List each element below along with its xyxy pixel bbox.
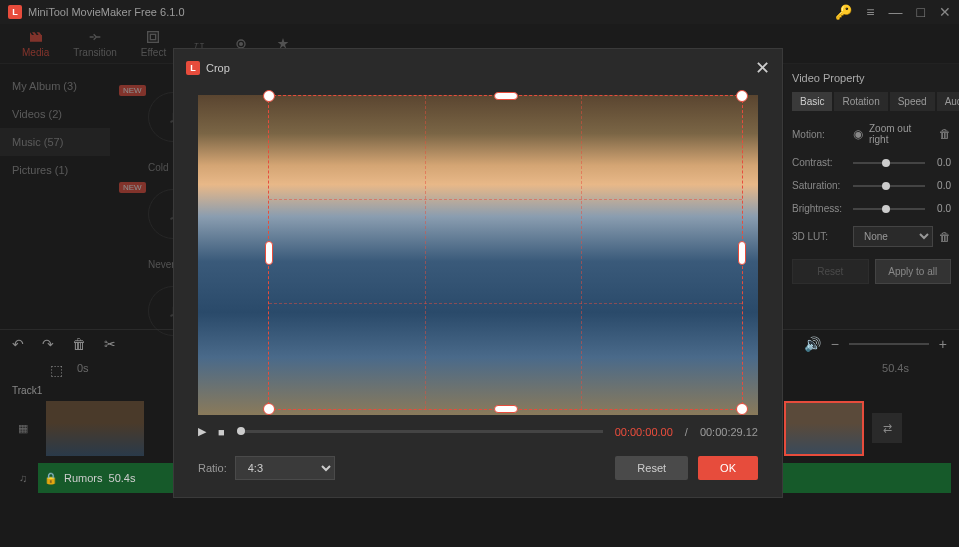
nav-music[interactable]: Music (57) — [0, 128, 110, 156]
delete-icon[interactable]: 🗑 — [939, 127, 951, 141]
crop-handle-tl[interactable] — [263, 90, 275, 102]
ratio-select[interactable]: 4:3 — [235, 456, 335, 480]
key-icon[interactable]: 🔑 — [835, 4, 852, 20]
ratio-label: Ratio: — [198, 462, 227, 474]
nav-pictures[interactable]: Pictures (1) — [0, 156, 110, 184]
video-clip-selected[interactable] — [784, 401, 864, 456]
media-label: Cold — [148, 162, 169, 173]
time-separator: / — [685, 426, 688, 438]
redo-icon[interactable]: ↷ — [42, 336, 54, 352]
maximize-button[interactable]: □ — [917, 4, 925, 20]
property-title: Video Property — [792, 72, 951, 84]
tab-transition[interactable]: Transition — [61, 26, 129, 61]
lock-icon: 🔒 — [44, 472, 58, 485]
nav-videos[interactable]: Videos (2) — [0, 100, 110, 128]
reset-button[interactable]: Reset — [792, 259, 869, 284]
motion-value: Zoom out right — [869, 123, 933, 145]
zoom-slider[interactable] — [849, 343, 929, 345]
svg-rect-1 — [151, 34, 156, 39]
brightness-slider[interactable] — [853, 208, 925, 210]
contrast-label: Contrast: — [792, 157, 847, 168]
prop-tab-speed[interactable]: Speed — [890, 92, 935, 111]
undo-icon[interactable]: ↶ — [12, 336, 24, 352]
prop-tab-rotation[interactable]: Rotation — [834, 92, 887, 111]
crop-handle-right[interactable] — [738, 241, 746, 265]
video-property-panel: Video Property Basic Rotation Speed Audi… — [784, 64, 959, 329]
motion-icon: ◉ — [853, 127, 863, 141]
saturation-slider[interactable] — [853, 185, 925, 187]
timeline-duration: 50.4s — [882, 362, 909, 378]
lut-label: 3D LUT: — [792, 231, 847, 242]
close-button[interactable]: ✕ — [939, 4, 951, 20]
tab-effect[interactable]: Effect — [129, 26, 178, 61]
titlebar: L MiniTool MovieMaker Free 6.1.0 🔑 ≡ — □… — [0, 0, 959, 24]
crop-handle-tr[interactable] — [736, 90, 748, 102]
svg-point-5 — [240, 42, 243, 45]
timeline-position: 0s — [77, 362, 89, 378]
progress-slider[interactable] — [237, 430, 603, 433]
minimize-button[interactable]: — — [889, 4, 903, 20]
ok-button[interactable]: OK — [698, 456, 758, 480]
contrast-slider[interactable] — [853, 162, 925, 164]
menu-icon[interactable]: ≡ — [866, 4, 874, 20]
time-current: 00:00:00.00 — [615, 426, 673, 438]
sync-icon[interactable]: ⇄ — [872, 413, 902, 443]
split-icon[interactable]: ✂ — [104, 336, 116, 352]
app-title: MiniTool MovieMaker Free 6.1.0 — [28, 6, 185, 18]
tab-media[interactable]: Media — [10, 26, 61, 61]
library-nav: My Album (3) Videos (2) Music (57) Pictu… — [0, 64, 110, 329]
video-track-icon: ▦ — [8, 422, 38, 435]
saturation-label: Saturation: — [792, 180, 847, 191]
contrast-value: 0.0 — [931, 157, 951, 168]
stop-button[interactable]: ■ — [218, 426, 225, 438]
saturation-value: 0.0 — [931, 180, 951, 191]
delete-icon[interactable]: 🗑 — [72, 336, 86, 352]
nav-my-album[interactable]: My Album (3) — [0, 72, 110, 100]
crop-handle-left[interactable] — [265, 241, 273, 265]
crop-handle-br[interactable] — [736, 403, 748, 415]
motion-label: Motion: — [792, 129, 847, 140]
play-button[interactable]: ▶ — [198, 425, 206, 438]
app-icon: L — [8, 5, 22, 19]
lut-select[interactable]: None — [853, 226, 933, 247]
svg-rect-0 — [148, 32, 159, 43]
crop-handle-bottom[interactable] — [494, 405, 518, 413]
speaker-icon[interactable]: 🔊 — [804, 336, 821, 352]
brightness-label: Brightness: — [792, 203, 847, 214]
apply-all-button[interactable]: Apply to all — [875, 259, 952, 284]
video-clip[interactable] — [46, 401, 144, 456]
audio-track-icon: ♫ — [8, 472, 38, 484]
crop-dialog: L Crop ✕ ▶ ■ 00:00:00.00 / 00:00:29.12 R… — [173, 48, 783, 498]
audio-name: Rumors — [64, 472, 103, 484]
crop-preview[interactable] — [198, 95, 758, 415]
crop-handle-top[interactable] — [494, 92, 518, 100]
marker-icon[interactable]: ⬚ — [50, 362, 63, 378]
brightness-value: 0.0 — [931, 203, 951, 214]
zoom-out-icon[interactable]: − — [831, 336, 839, 352]
close-icon[interactable]: ✕ — [755, 57, 770, 79]
delete-icon[interactable]: 🗑 — [939, 230, 951, 244]
prop-tab-basic[interactable]: Basic — [792, 92, 832, 111]
crop-title: Crop — [206, 62, 230, 74]
app-icon: L — [186, 61, 200, 75]
zoom-in-icon[interactable]: + — [939, 336, 947, 352]
crop-handle-bl[interactable] — [263, 403, 275, 415]
audio-duration: 50.4s — [109, 472, 136, 484]
time-duration: 00:00:29.12 — [700, 426, 758, 438]
reset-button[interactable]: Reset — [615, 456, 688, 480]
crop-rectangle[interactable] — [268, 95, 743, 410]
track-label: Track1 — [12, 385, 42, 396]
prop-tab-audio[interactable]: Audio — [937, 92, 959, 111]
